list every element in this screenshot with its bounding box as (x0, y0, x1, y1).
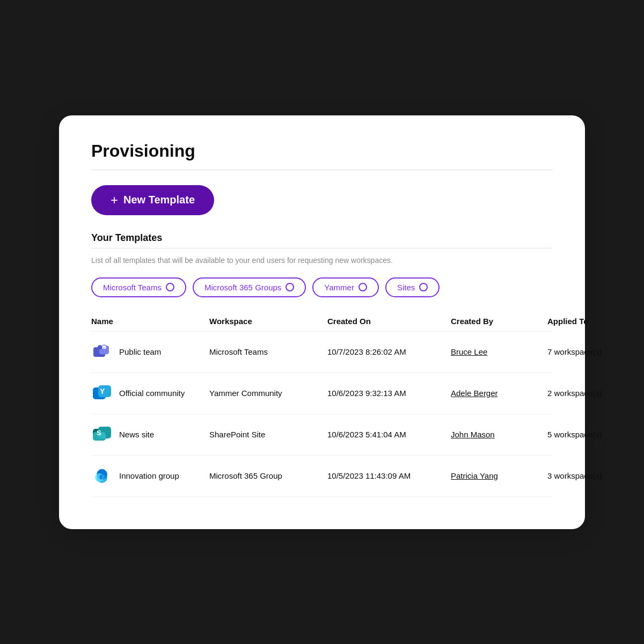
cell-created-on: 10/7/2023 8:26:02 AM (327, 347, 451, 356)
cell-created-by[interactable]: Bruce Lee (451, 347, 547, 356)
svg-text:👥: 👥 (99, 473, 106, 480)
cell-applied-to: 3 workspace(s) (547, 471, 623, 480)
template-name: Innovation group (119, 471, 179, 480)
tab-teams[interactable]: Microsoft Teams (91, 277, 186, 297)
new-template-label: New Template (123, 194, 195, 206)
tab-yammer[interactable]: Yammer (312, 277, 379, 297)
tab-label: Yammer (324, 283, 354, 292)
cell-created-on: 10/5/2023 11:43:09 AM (327, 471, 451, 480)
tab-sites[interactable]: Sites (385, 277, 440, 297)
cell-workspace: Microsoft Teams (209, 347, 327, 356)
cell-workspace: SharePoint Site (209, 430, 327, 439)
title-divider (91, 170, 553, 170)
template-name: Public team (119, 347, 161, 356)
table-row: S News siteSharePoint Site10/6/2023 5:41… (91, 414, 553, 455)
svg-text:Y: Y (100, 387, 105, 396)
cell-name: S News site (91, 424, 209, 445)
templates-table: NameWorkspaceCreated OnCreated ByApplied… (91, 312, 553, 497)
cell-created-by[interactable]: John Mason (451, 430, 547, 439)
section-description: List of all templates that will be avail… (91, 256, 553, 265)
m365-icon: 👥 (91, 465, 113, 487)
cell-workspace: Yammer Community (209, 389, 327, 398)
template-name: Official community (119, 389, 185, 398)
template-name: News site (119, 430, 154, 439)
tab-circle-icon (286, 283, 294, 291)
created-by-link[interactable]: Patricia Yang (451, 471, 498, 480)
table-header: NameWorkspaceCreated OnCreated ByApplied… (91, 312, 553, 331)
new-template-button[interactable]: + New Template (91, 185, 214, 215)
cell-applied-to: 7 workspace(s) (547, 347, 623, 356)
tab-label: Microsoft Teams (103, 283, 162, 292)
table-header-cell: Created By (451, 317, 547, 326)
tab-circle-icon (358, 283, 367, 291)
sharepoint-icon: S (91, 424, 113, 445)
yammer-icon: Y (91, 383, 113, 404)
table-header-cell: Created On (327, 317, 451, 326)
cell-created-on: 10/6/2023 9:32:13 AM (327, 389, 451, 398)
cell-name: Y Official community (91, 383, 209, 404)
cell-created-on: 10/6/2023 5:41:04 AM (327, 430, 451, 439)
main-card: Provisioning + New Template Your Templat… (59, 115, 585, 529)
tab-circle-icon (419, 283, 428, 291)
teams-icon: T (91, 341, 113, 363)
cell-applied-to: 2 workspace(s) (547, 389, 623, 398)
created-by-link[interactable]: Adele Berger (451, 389, 498, 398)
svg-point-7 (98, 345, 102, 349)
plus-icon: + (111, 194, 118, 207)
tab-label: Microsoft 365 Groups (204, 283, 281, 292)
filter-tabs-container: Microsoft TeamsMicrosoft 365 GroupsYamme… (91, 277, 553, 297)
cell-name: T Public team (91, 341, 209, 363)
table-body: T Public teamMicrosoft Teams10/7/2023 8:… (91, 331, 553, 497)
tab-label: Sites (397, 283, 415, 292)
table-row: Y Official communityYammer Community10/6… (91, 372, 553, 414)
table-header-cell: Applied To (547, 317, 623, 326)
cell-name: 👥 Innovation group (91, 465, 209, 487)
cell-created-by[interactable]: Adele Berger (451, 389, 547, 398)
table-header-cell: Name (91, 317, 209, 326)
created-by-link[interactable]: Bruce Lee (451, 347, 487, 356)
tab-m365[interactable]: Microsoft 365 Groups (193, 277, 306, 297)
cell-workspace: Microsoft 365 Group (209, 471, 327, 480)
cell-created-by[interactable]: Patricia Yang (451, 471, 547, 480)
table-header-cell: Workspace (209, 317, 327, 326)
table-row: T Public teamMicrosoft Teams10/7/2023 8:… (91, 331, 553, 372)
tab-circle-icon (166, 283, 174, 291)
created-by-link[interactable]: John Mason (451, 430, 495, 439)
page-title: Provisioning (91, 141, 553, 161)
cell-applied-to: 5 workspace(s) (547, 430, 623, 439)
table-row: 👥 Innovation groupMicrosoft 365 Group10/… (91, 455, 553, 497)
svg-rect-6 (100, 349, 108, 353)
section-title: Your Templates (91, 232, 553, 244)
svg-text:S: S (97, 429, 101, 437)
section-divider (91, 248, 553, 248)
